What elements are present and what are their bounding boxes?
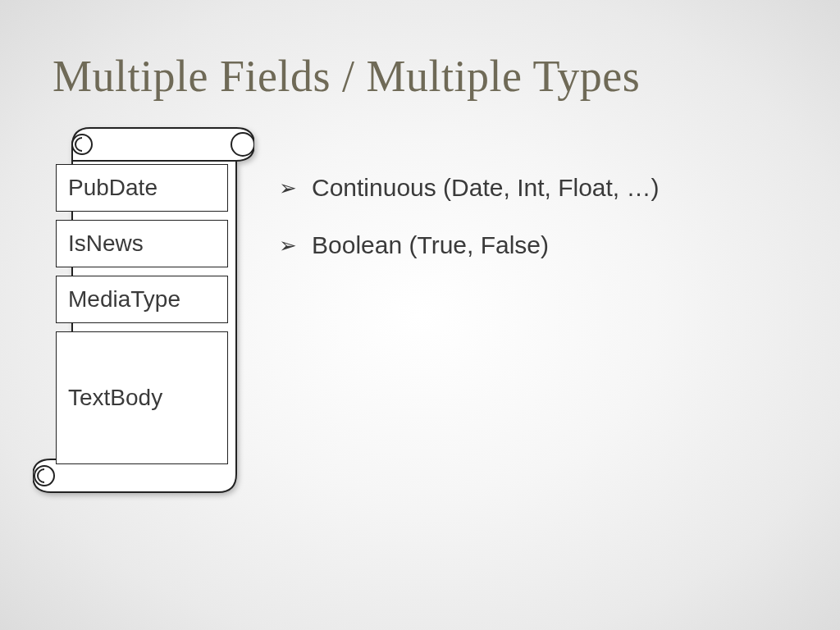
bullet-list: ➢ Continuous (Date, Int, Float, …) ➢ Boo… bbox=[279, 172, 804, 287]
slide: Multiple Fields / Multiple Types PubDate… bbox=[0, 0, 840, 630]
field-label: TextBody bbox=[68, 385, 162, 411]
bullet-text: Boolean (True, False) bbox=[312, 230, 549, 261]
bullet-text: Continuous (Date, Int, Float, …) bbox=[312, 172, 660, 203]
bullet-item: ➢ Boolean (True, False) bbox=[279, 230, 804, 261]
slide-title: Multiple Fields / Multiple Types bbox=[52, 51, 640, 102]
field-textbody: TextBody bbox=[56, 331, 228, 464]
field-label: IsNews bbox=[68, 231, 144, 257]
field-pubdate: PubDate bbox=[56, 164, 228, 212]
field-list: PubDate IsNews MediaType TextBody bbox=[56, 164, 228, 472]
bullet-item: ➢ Continuous (Date, Int, Float, …) bbox=[279, 172, 804, 203]
svg-point-2 bbox=[231, 133, 254, 156]
field-label: MediaType bbox=[68, 286, 180, 313]
triangle-right-icon: ➢ bbox=[279, 172, 297, 203]
field-isnews: IsNews bbox=[56, 220, 228, 267]
triangle-right-icon: ➢ bbox=[279, 230, 297, 261]
field-label: PubDate bbox=[68, 175, 158, 201]
field-mediatype: MediaType bbox=[56, 276, 228, 323]
